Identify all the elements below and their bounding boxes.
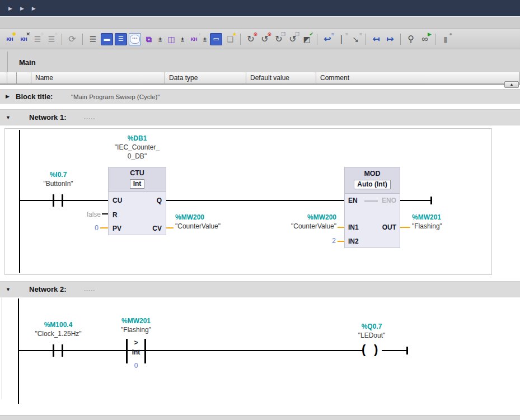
toolbar-separator <box>366 34 366 45</box>
mod-title: MOD <box>345 169 400 179</box>
mod-out-symbol[interactable]: "Flashing" <box>412 222 490 231</box>
coil-symbol[interactable]: "LEDout" <box>344 332 400 340</box>
network-2-header[interactable]: ▼ Network 2: ..... <box>0 281 520 297</box>
contact-address[interactable]: %M100.4 <box>29 321 87 329</box>
network-1-canvas[interactable]: %I0.7 "ButtonIn" %DB1 "IEC_Counter_ 0_DB… <box>0 125 520 281</box>
ctu-pv-value[interactable]: 0 <box>78 224 99 232</box>
compare-operator[interactable]: > <box>128 339 144 347</box>
operand-usage-icon[interactable]: ∣ ≡ <box>335 33 348 45</box>
insert-network-icon[interactable]: KH ✱ <box>3 33 16 45</box>
column-header[interactable]: Default value <box>246 72 316 84</box>
open-branch-icon[interactable]: ▭ <box>210 33 222 45</box>
monitoring-toggle-icon[interactable]: ∞ ▶ <box>419 33 431 45</box>
mod-block[interactable]: MOD Auto (Int) EN ENO IN1 IN2 OUT <box>344 167 400 248</box>
contact-bar[interactable] <box>62 194 63 207</box>
insert-coil-dropdown[interactable]: ± <box>179 33 186 45</box>
mod-in1-symbol[interactable]: "CounterValue" <box>255 222 336 231</box>
mod-in2-value[interactable]: 2 <box>317 237 336 245</box>
column-header[interactable] <box>7 72 17 84</box>
column-header[interactable]: Data type <box>165 72 246 84</box>
coil-address[interactable]: %Q0.7 <box>344 323 400 331</box>
discard-changes-icon[interactable]: ↻ ⊗ <box>245 33 257 45</box>
insert-empty-box-icon[interactable]: ⧉ <box>143 33 155 45</box>
block-title-value[interactable]: "Main Program Sweep (Cycle)" <box>71 94 160 100</box>
goto-network-icon[interactable]: ↩ ≡ <box>321 33 334 45</box>
ctu-type[interactable]: Int <box>130 179 145 189</box>
scroll-up-button[interactable]: ▲ <box>504 81 519 88</box>
contact-bar[interactable] <box>53 344 54 357</box>
insert-coil-icon[interactable]: ◫ <box>165 33 177 45</box>
ctu-title: CTU <box>109 169 166 178</box>
ctu-r-value[interactable]: false <box>67 211 101 219</box>
goto-usage-icon[interactable]: ↘ ≡ <box>349 33 362 45</box>
coil-open-paren[interactable]: ( <box>362 343 366 356</box>
contact-bar[interactable] <box>62 344 63 357</box>
ctu-pin-cv: CV <box>152 225 162 232</box>
compare-address[interactable]: %MW201 <box>108 317 164 325</box>
reset-start-values-icon[interactable]: ⟳ <box>66 33 78 45</box>
mod-type[interactable]: Auto (Int) <box>354 180 390 189</box>
delete-network-icon[interactable]: KH ✕ <box>17 33 30 45</box>
db-address[interactable]: %DB1 <box>108 134 166 143</box>
compare-value[interactable]: 0 <box>128 362 144 370</box>
operand-representation-icon[interactable]: ☰ <box>87 33 99 45</box>
insert-contact-icon[interactable]: KH ▫ <box>188 33 200 45</box>
ctu-pin-q: Q <box>157 197 162 204</box>
collapse-networks-icon[interactable]: ▬ <box>101 33 113 45</box>
discard-all-changes-icon[interactable]: ↺ ⊗ <box>259 33 271 45</box>
db-name-line1[interactable]: "IEC_Counter_ <box>100 143 175 152</box>
insert-empty-box-dropdown[interactable]: ± <box>157 33 163 45</box>
en-eno-dash <box>364 200 378 202</box>
column-header[interactable] <box>0 72 7 84</box>
out-wire <box>400 227 410 228</box>
mod-out-address[interactable]: %MW201 <box>412 213 490 222</box>
contact-bar[interactable] <box>53 194 54 207</box>
contact-symbol[interactable]: "ButtonIn" <box>32 180 85 188</box>
in2-wire <box>338 241 344 242</box>
insert-row-icon[interactable]: ☰ ✧ <box>31 33 44 45</box>
find-operand-icon[interactable]: ⚲ <box>405 33 417 45</box>
ctu-block[interactable]: CTU Int CU Q R PV CV <box>108 167 166 235</box>
compare-type[interactable]: Int <box>128 348 144 357</box>
toolbar-separator <box>400 34 401 45</box>
previous-usage-icon[interactable]: ↤ <box>370 33 382 45</box>
column-header[interactable] <box>17 72 31 84</box>
network-comments-toggle-icon[interactable]: ··· <box>129 33 141 45</box>
column-header[interactable]: Name <box>31 72 165 84</box>
network-2-comment[interactable]: ..... <box>84 286 95 292</box>
ctu-pin-cu: CU <box>113 197 122 204</box>
block-title-row[interactable]: ▶ Block title: "Main Program Sweep (Cycl… <box>0 89 520 104</box>
insert-contact-dropdown[interactable]: ± <box>202 33 208 45</box>
rung-wire <box>19 200 108 201</box>
cv-operand-address[interactable]: %MW200 <box>175 213 259 222</box>
network-2-canvas[interactable]: %M100.4 "Clock_1.25Hz" %MW201 "Flashing"… <box>0 297 520 415</box>
lad-editor-window: ▶▶▶ KH ✱ KH ✕ ☰ ✧ ☰ ✧ ⟳ ☰ ▬ <box>0 0 520 420</box>
mod-pin-en: EN <box>348 197 358 204</box>
breadcrumb: ▶▶▶ <box>0 0 520 16</box>
collapse-arrow-icon[interactable]: ▼ <box>6 287 11 292</box>
know-how-protection-icon[interactable]: ▮ ● <box>439 33 452 45</box>
ctu-pin-r: R <box>113 211 118 219</box>
collapse-arrow-icon[interactable]: ▼ <box>6 115 11 120</box>
mod-pin-in2: IN2 <box>348 237 359 245</box>
compare-symbol[interactable]: "Flashing" <box>108 326 164 334</box>
contact-symbol[interactable]: "Clock_1.25Hz" <box>29 330 87 338</box>
network-1-comment[interactable]: ..... <box>84 114 95 120</box>
interface-table-header: NameData typeDefault valueComment <box>0 72 520 84</box>
expand-networks-icon[interactable]: ☰ <box>115 33 127 45</box>
collapse-arrow-icon[interactable]: ▶ <box>6 94 10 99</box>
db-name-line2[interactable]: 0_DB" <box>100 152 175 161</box>
insert-row-after-icon[interactable]: ☰ ✧ <box>45 33 58 45</box>
update-block-call-icon[interactable]: ◩ ✔ <box>301 33 313 45</box>
next-usage-icon[interactable]: ↦ <box>384 33 396 45</box>
mod-in1-address[interactable]: %MW200 <box>255 213 336 222</box>
network-1-header[interactable]: ▼ Network 1: ..... <box>0 109 520 125</box>
cv-operand-symbol[interactable]: "CounterValue" <box>175 222 259 231</box>
coil-close-paren[interactable]: ) <box>374 343 378 356</box>
favorites-icon[interactable]: ❏ ★ <box>224 33 236 45</box>
column-header[interactable]: Comment <box>316 72 520 84</box>
compare-bar[interactable] <box>144 339 146 363</box>
contact-address[interactable]: %I0.7 <box>32 171 85 179</box>
create-snapshot-icon[interactable]: ↻ ❐ <box>273 33 285 45</box>
apply-snapshot-icon[interactable]: ↺ ❐ <box>287 33 299 45</box>
